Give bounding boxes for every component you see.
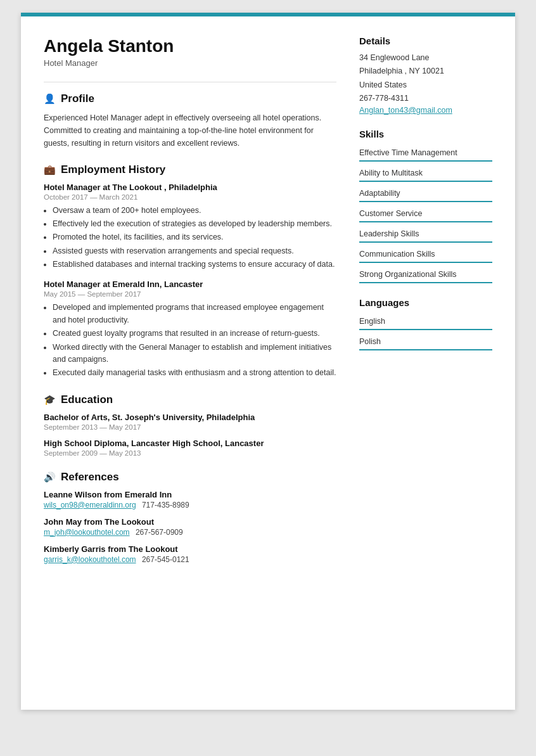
details-country: United States bbox=[359, 79, 492, 92]
job-dates-2: May 2015 — September 2017 bbox=[44, 290, 336, 298]
bullet-1-3: Promoted the hotel, its facilities, and … bbox=[53, 231, 336, 243]
education-icon: 🎓 bbox=[44, 394, 56, 406]
employment-label: Employment History bbox=[61, 163, 165, 176]
full-name: Angela Stanton bbox=[44, 35, 336, 57]
headline-title: Hotel Manager bbox=[44, 58, 336, 68]
skill-item-4: Customer Service bbox=[359, 205, 492, 222]
profile-text: Experienced Hotel Manager adept in effec… bbox=[44, 112, 336, 150]
ref-email-2[interactable]: m_joh@lookouthotel.com bbox=[44, 528, 130, 537]
ref-phone-3: 267-545-0121 bbox=[142, 555, 189, 564]
ref-contact-2: m_joh@lookouthotel.com 267-567-0909 bbox=[44, 528, 336, 537]
details-title: Details bbox=[359, 35, 492, 46]
ref-name-2: John May from The Lookout bbox=[44, 517, 336, 527]
edu-dates-1: September 2013 — May 2017 bbox=[44, 423, 336, 431]
bullet-1-1: Oversaw a team of 200+ hotel employees. bbox=[53, 205, 336, 217]
employment-header: 💼 Employment History bbox=[44, 163, 336, 176]
edu-entry-1: Bachelor of Arts, St. Joseph's Universit… bbox=[44, 413, 336, 431]
details-section: Details 34 Englewood Lane Philadelphia ,… bbox=[359, 35, 492, 115]
profile-section: 👤 Profile Experienced Hotel Manager adep… bbox=[44, 93, 336, 150]
references-label: References bbox=[61, 471, 119, 484]
details-email[interactable]: Anglan_ton43@gmail.com bbox=[359, 106, 452, 115]
resume-container: Angela Stanton Hotel Manager 👤 Profile E… bbox=[21, 13, 515, 710]
education-label: Education bbox=[61, 394, 113, 406]
skill-item-1: Effective Time Management bbox=[359, 144, 492, 162]
bullet-1-2: Effectively led the execution of strateg… bbox=[53, 218, 336, 230]
details-city: Philadelphia , NY 10021 bbox=[359, 65, 492, 78]
skills-title: Skills bbox=[359, 129, 492, 139]
skill-item-3: Adaptability bbox=[359, 185, 492, 202]
job-bullets-1: Oversaw a team of 200+ hotel employees. … bbox=[44, 205, 336, 271]
job-title-2: Hotel Manager at Emerald Inn, Lancaster bbox=[44, 279, 336, 289]
employment-icon: 💼 bbox=[44, 164, 56, 176]
ref-entry-3: Kimberly Garris from The Lookout garris_… bbox=[44, 544, 336, 564]
ref-email-1[interactable]: wils_on98@emeraldinn.org bbox=[44, 501, 136, 509]
right-column: Details 34 Englewood Lane Philadelphia ,… bbox=[359, 35, 492, 691]
bullet-2-3: Worked directly with the General Manager… bbox=[53, 342, 336, 366]
ref-entry-2: John May from The Lookout m_joh@lookouth… bbox=[44, 517, 336, 537]
education-header: 🎓 Education bbox=[44, 394, 336, 406]
left-column: Angela Stanton Hotel Manager 👤 Profile E… bbox=[44, 35, 336, 691]
resume-body: Angela Stanton Hotel Manager 👤 Profile E… bbox=[21, 16, 515, 710]
details-phone: 267-778-4311 bbox=[359, 92, 492, 105]
ref-phone-1: 717-435-8989 bbox=[142, 501, 189, 509]
bullet-2-1: Developed and implemented programs that … bbox=[53, 302, 336, 326]
employment-section: 💼 Employment History Hotel Manager at Th… bbox=[44, 163, 336, 380]
skills-section: Skills Effective Time Management Ability… bbox=[359, 129, 492, 283]
ref-name-3: Kimberly Garris from The Lookout bbox=[44, 544, 336, 554]
ref-contact-3: garris_k@lookouthotel.com 267-545-0121 bbox=[44, 555, 336, 564]
education-section: 🎓 Education Bachelor of Arts, St. Joseph… bbox=[44, 394, 336, 457]
edu-degree-2: High School Diploma, Lancaster High Scho… bbox=[44, 439, 336, 448]
skill-item-6: Communication Skills bbox=[359, 246, 492, 263]
bullet-2-2: Created guest loyalty programs that resu… bbox=[53, 328, 336, 340]
job-entry-2: Hotel Manager at Emerald Inn, Lancaster … bbox=[44, 279, 336, 379]
ref-name-1: Leanne Wilson from Emerald Inn bbox=[44, 490, 336, 499]
name-block: Angela Stanton Hotel Manager bbox=[44, 35, 336, 68]
job-title-1: Hotel Manager at The Lookout , Philadelp… bbox=[44, 183, 336, 192]
job-bullets-2: Developed and implemented programs that … bbox=[44, 302, 336, 379]
skill-item-2: Ability to Multitask bbox=[359, 165, 492, 182]
references-header: 🔊 References bbox=[44, 471, 336, 484]
bullet-1-5: Established databases and internal track… bbox=[53, 259, 336, 271]
profile-label: Profile bbox=[61, 93, 94, 105]
edu-dates-2: September 2009 — May 2013 bbox=[44, 449, 336, 457]
job-entry-1: Hotel Manager at The Lookout , Philadelp… bbox=[44, 183, 336, 271]
job-dates-1: October 2017 — March 2021 bbox=[44, 193, 336, 201]
lang-item-1: English bbox=[359, 313, 492, 330]
lang-item-2: Polish bbox=[359, 333, 492, 350]
details-address: 34 Englewood Lane bbox=[359, 51, 492, 65]
ref-email-3[interactable]: garris_k@lookouthotel.com bbox=[44, 555, 136, 564]
edu-entry-2: High School Diploma, Lancaster High Scho… bbox=[44, 439, 336, 457]
edu-degree-1: Bachelor of Arts, St. Joseph's Universit… bbox=[44, 413, 336, 422]
ref-phone-2: 267-567-0909 bbox=[136, 528, 183, 537]
references-section: 🔊 References Leanne Wilson from Emerald … bbox=[44, 471, 336, 564]
ref-entry-1: Leanne Wilson from Emerald Inn wils_on98… bbox=[44, 490, 336, 509]
skill-item-7: Strong Organizational Skills bbox=[359, 266, 492, 283]
skill-item-5: Leadership Skills bbox=[359, 226, 492, 243]
bullet-2-4: Executed daily managerial tasks with ent… bbox=[53, 367, 336, 379]
references-icon: 🔊 bbox=[44, 471, 56, 483]
name-divider bbox=[44, 82, 336, 82]
bullet-1-4: Assisted guests with reservation arrange… bbox=[53, 245, 336, 257]
languages-title: Languages bbox=[359, 297, 492, 308]
ref-contact-1: wils_on98@emeraldinn.org 717-435-8989 bbox=[44, 501, 336, 509]
profile-icon: 👤 bbox=[44, 93, 56, 105]
profile-header: 👤 Profile bbox=[44, 93, 336, 105]
languages-section: Languages English Polish bbox=[359, 297, 492, 350]
